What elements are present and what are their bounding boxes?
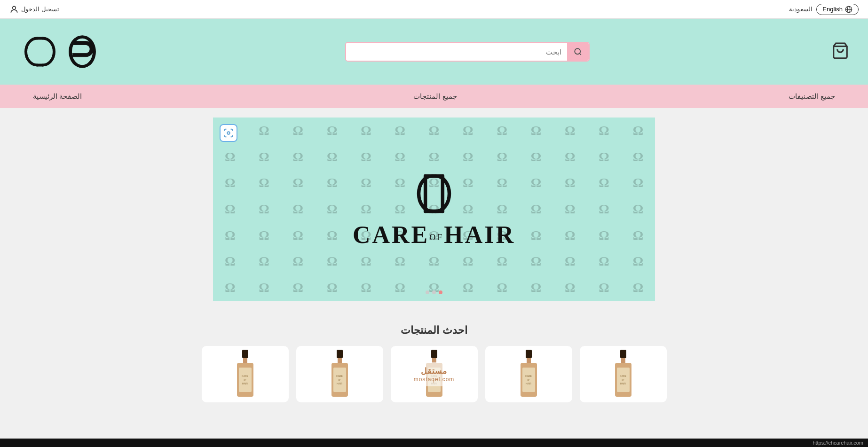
svg-rect-25: [527, 358, 531, 363]
hero-banner: ΩΩΩΩΩΩΩΩΩΩΩΩΩΩΩΩΩΩΩΩΩΩΩΩΩΩΩΩΩΩΩΩΩΩΩΩΩΩΩΩ…: [213, 118, 655, 301]
brand-logo-svg: ⊂: [61, 31, 103, 73]
svg-rect-32: [432, 358, 436, 363]
cart-icon: [831, 42, 849, 60]
products-section-title: احدث المنتجات: [19, 324, 849, 337]
svg-rect-18: [621, 358, 625, 363]
svg-point-3: [13, 6, 16, 9]
svg-rect-46: [243, 358, 247, 363]
user-icon: [9, 5, 19, 14]
svg-text:HAIR: HAIR: [242, 382, 248, 385]
bottle-svg-5: CARE OF HAIR: [232, 350, 258, 400]
top-bar-right: تسجيل الدخول: [9, 5, 59, 14]
svg-text:CARE: CARE: [431, 375, 438, 377]
product-bottle-1: CARE OF HAIR: [609, 351, 637, 400]
english-label: English: [822, 6, 843, 13]
svg-rect-38: [337, 350, 343, 358]
svg-rect-45: [242, 350, 248, 358]
login-label: تسجيل الدخول: [21, 6, 59, 13]
hero-dot-2[interactable]: [432, 290, 436, 294]
products-grid: CARE OF HAIR CARE OF HAIR: [19, 346, 849, 402]
arabic-label: السعودية: [789, 6, 813, 13]
product-bottle-2: CARE OF HAIR: [514, 351, 543, 400]
bottle-svg-1: CARE OF HAIR: [610, 350, 636, 400]
brand-logo: ⊂: [19, 31, 103, 73]
product-bottle-4: CARE OF HAIR: [325, 351, 354, 400]
hero-brand-center: CAREOFHAIR: [353, 170, 515, 249]
svg-point-10: [227, 132, 230, 134]
login-link[interactable]: تسجيل الدخول: [9, 5, 59, 14]
bottle-svg-2: CARE OF HAIR: [516, 350, 542, 400]
svg-text:HAIR: HAIR: [431, 382, 437, 385]
search-button[interactable]: [567, 43, 589, 61]
globe-icon: [845, 6, 852, 13]
products-section: احدث المنتجات CARE OF HAIR: [0, 310, 868, 412]
search-icon: [574, 47, 582, 56]
svg-line-6: [579, 53, 581, 55]
english-lang-button[interactable]: English: [816, 4, 859, 15]
svg-rect-24: [526, 350, 532, 358]
product-card-3[interactable]: CARE OF HAIR مستقل mostaqel.com: [391, 346, 478, 402]
scan-button[interactable]: [220, 124, 237, 142]
product-bottle-3: CARE OF HAIR: [420, 351, 448, 400]
product-bottle-5: CARE OF HAIR: [231, 351, 259, 400]
logo-mark: [19, 31, 61, 73]
svg-text:CARE: CARE: [525, 375, 532, 377]
scan-icon: [223, 128, 234, 138]
product-card-5[interactable]: CARE OF HAIR: [202, 346, 289, 402]
search-bar: [345, 42, 590, 62]
hero-logo: [410, 170, 458, 217]
product-card-4[interactable]: CARE OF HAIR: [296, 346, 383, 402]
product-card-1[interactable]: CARE OF HAIR: [580, 346, 667, 402]
hero-brand-name: CAREOFHAIR: [353, 221, 515, 249]
bottle-svg-3: CARE OF HAIR: [421, 350, 447, 400]
nav-home[interactable]: الصفحة الرئيسية: [28, 86, 87, 107]
svg-text:HAIR: HAIR: [337, 382, 342, 385]
bottle-svg-4: CARE OF HAIR: [327, 350, 353, 400]
hero-dots: [426, 290, 442, 294]
top-bar-left: English السعودية: [789, 4, 859, 15]
svg-rect-17: [620, 350, 626, 358]
product-card-2[interactable]: CARE OF HAIR: [485, 346, 572, 402]
main-nav: جميع التصنيفات جميع المنتجات الصفحة الرئ…: [0, 85, 868, 108]
svg-text:HAIR: HAIR: [620, 382, 626, 385]
arabic-lang-button[interactable]: السعودية: [789, 6, 813, 13]
nav-all-categories[interactable]: جميع التصنيفات: [784, 86, 840, 107]
top-bar: English السعودية تسجيل الدخول: [0, 0, 868, 19]
hero-dot-1[interactable]: [439, 290, 442, 294]
svg-text:CARE: CARE: [336, 375, 343, 377]
hero-section: ΩΩΩΩΩΩΩΩΩΩΩΩΩΩΩΩΩΩΩΩΩΩΩΩΩΩΩΩΩΩΩΩΩΩΩΩΩΩΩΩ…: [0, 108, 868, 310]
svg-text:OF: OF: [527, 379, 530, 381]
search-input[interactable]: [346, 43, 567, 61]
svg-rect-39: [338, 358, 342, 363]
header: ⊂: [0, 19, 868, 85]
cart-button[interactable]: [831, 42, 849, 62]
nav-all-products[interactable]: جميع المنتجات: [409, 86, 461, 107]
svg-rect-31: [431, 350, 437, 358]
svg-text:⊂: ⊂: [70, 32, 95, 66]
svg-text:CARE: CARE: [242, 375, 249, 377]
svg-text:HAIR: HAIR: [526, 382, 531, 385]
svg-text:OF: OF: [244, 379, 246, 381]
svg-text:OF: OF: [433, 379, 435, 381]
svg-text:CARE: CARE: [620, 375, 627, 377]
svg-text:OF: OF: [338, 379, 341, 381]
svg-text:OF: OF: [622, 379, 624, 381]
hero-dot-3[interactable]: [426, 290, 429, 294]
svg-point-5: [575, 48, 580, 54]
